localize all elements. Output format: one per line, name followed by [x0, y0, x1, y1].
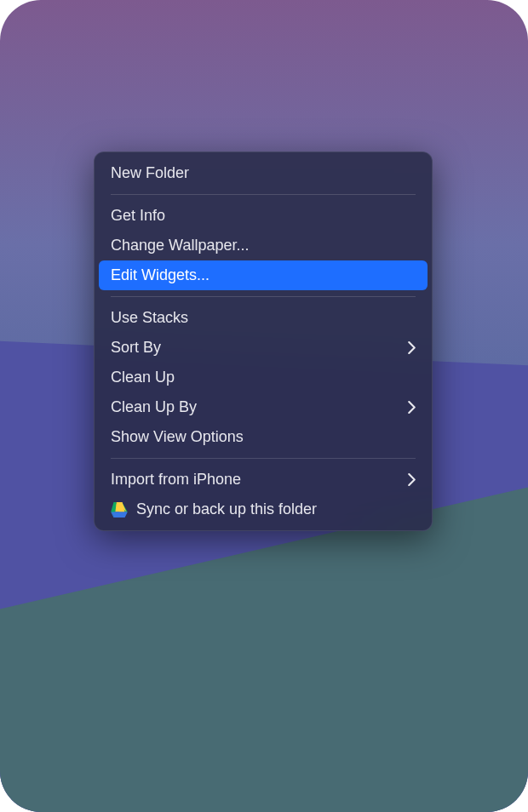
menu-item-label: Import from iPhone	[111, 471, 241, 489]
menu-item-clean-up-by[interactable]: Clean Up By	[94, 392, 433, 422]
menu-item-label: Sync or back up this folder	[136, 500, 317, 518]
menu-item-change-wallpaper[interactable]: Change Wallpaper...	[94, 231, 433, 260]
menu-item-label: Sort By	[111, 339, 161, 357]
menu-item-sort-by[interactable]: Sort By	[94, 333, 433, 363]
menu-item-import-from-iphone[interactable]: Import from iPhone	[94, 465, 433, 495]
google-drive-icon	[111, 502, 128, 518]
menu-item-label: Use Stacks	[111, 309, 188, 327]
menu-item-new-folder[interactable]: New Folder	[94, 158, 433, 188]
menu-item-label: Clean Up By	[111, 398, 197, 416]
menu-separator	[111, 458, 416, 459]
menu-item-label: Get Info	[111, 207, 165, 225]
chevron-right-icon	[407, 341, 416, 355]
menu-item-label: Show View Options	[111, 428, 244, 446]
menu-item-get-info[interactable]: Get Info	[94, 201, 433, 231]
menu-item-label: Change Wallpaper...	[111, 237, 249, 254]
menu-item-label: Edit Widgets...	[111, 266, 209, 284]
menu-item-clean-up[interactable]: Clean Up	[94, 363, 433, 392]
menu-item-use-stacks[interactable]: Use Stacks	[94, 303, 433, 333]
chevron-right-icon	[407, 401, 416, 415]
desktop-context-menu: New Folder Get Info Change Wallpaper... …	[94, 152, 433, 531]
menu-item-sync-backup[interactable]: Sync or back up this folder	[94, 495, 433, 524]
menu-item-edit-widgets[interactable]: Edit Widgets...	[99, 260, 428, 290]
menu-item-show-view-options[interactable]: Show View Options	[94, 422, 433, 452]
menu-item-label: New Folder	[111, 164, 189, 182]
menu-item-label: Clean Up	[111, 369, 175, 386]
menu-separator	[111, 296, 416, 297]
menu-separator	[111, 194, 416, 195]
chevron-right-icon	[407, 473, 416, 487]
